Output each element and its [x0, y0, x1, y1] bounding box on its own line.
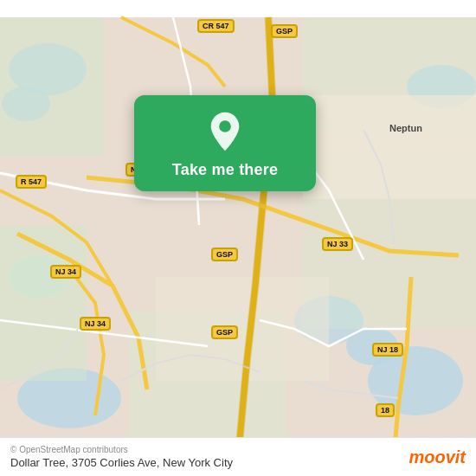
svg-point-16 [219, 120, 231, 132]
map-container: CR 547 GSP NJ 33 R 547 NJ 34 NJ 34 GSP N… [0, 0, 476, 476]
svg-rect-14 [303, 95, 476, 199]
road-label-r547-left: R 547 [16, 175, 47, 189]
road-label-cr547: CR 547 [197, 19, 235, 33]
moovit-text: moovit [408, 447, 466, 467]
road-label-gsp-bottom: GSP [211, 325, 238, 339]
take-me-button-label: Take me there [172, 161, 278, 179]
road-label-gsp-top: GSP [271, 24, 298, 38]
road-label-nj33-right: NJ 33 [322, 237, 353, 251]
map-svg [0, 0, 476, 476]
road-label-gsp-mid: GSP [211, 248, 238, 261]
take-me-card[interactable]: Take me there [134, 95, 316, 191]
moovit-logo: moovit [408, 447, 466, 467]
neptune-label: Neptun [389, 123, 422, 133]
bottom-bar: © OpenStreetMap contributors Dollar Tree… [0, 437, 476, 476]
location-name: Dollar Tree, 3705 Corlies Ave, New York … [10, 456, 233, 469]
road-label-nj34-1: NJ 34 [50, 265, 81, 279]
road-label-nj18: NJ 18 [372, 343, 403, 357]
attribution-text: © OpenStreetMap contributors [10, 445, 233, 454]
bottom-left: © OpenStreetMap contributors Dollar Tree… [10, 445, 233, 469]
road-label-nj34-2: NJ 34 [80, 317, 111, 331]
road-label-18-bottom: 18 [376, 403, 395, 417]
location-pin-icon [204, 111, 246, 152]
svg-rect-9 [0, 17, 104, 156]
